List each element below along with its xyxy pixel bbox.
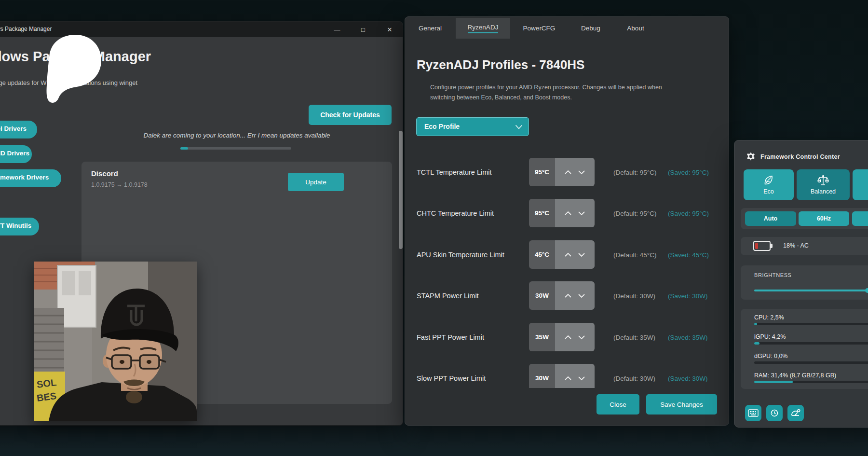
system-stats-card: CPU: 2,5% iGPU: 4,2% dGPU: 0,0% RAM: 31,… bbox=[741, 309, 868, 389]
default-value-text: (Default: 95°C) bbox=[613, 168, 656, 176]
close-button[interactable]: Close bbox=[597, 394, 639, 415]
increment-button[interactable] bbox=[564, 335, 572, 340]
value-spinner: 30W bbox=[529, 281, 595, 310]
saved-value-text: (Saved: 45°C) bbox=[668, 251, 709, 258]
battery-status-row: 18% - AC bbox=[741, 237, 868, 255]
package-name: Discord bbox=[91, 169, 118, 178]
history-button[interactable] bbox=[766, 405, 783, 421]
speedometer-gear-icon bbox=[790, 408, 801, 418]
brightness-handle[interactable] bbox=[865, 288, 868, 293]
decrement-button[interactable] bbox=[578, 335, 585, 340]
stat-ram: RAM: 31,4% (8,7 GB/27,8 GB) bbox=[754, 371, 868, 387]
window-ryzenadj-settings: General RyzenADJ PowerCFG Debug About Ry… bbox=[405, 16, 729, 426]
sidebar-button-framework-drivers[interactable]: Framework Drivers bbox=[0, 169, 61, 187]
battery-fill bbox=[755, 243, 758, 249]
setting-row: Fast PPT Power Limit 35W (Default: 35W) … bbox=[405, 323, 729, 351]
refresh-rate-button-cutoff[interactable] bbox=[852, 211, 868, 226]
chevron-down-icon bbox=[515, 125, 522, 129]
increment-button[interactable] bbox=[564, 211, 572, 216]
panel-title: Framework Control Center bbox=[760, 153, 840, 160]
refresh-rate-strip: Auto 60Hz bbox=[741, 208, 868, 229]
decrement-button[interactable] bbox=[578, 293, 585, 298]
increment-button[interactable] bbox=[564, 293, 572, 298]
brightness-card: BRIGHTNESS bbox=[741, 265, 868, 300]
framework-control-center-panel: Framework Control Center Eco Balanced Au… bbox=[734, 140, 868, 428]
webcam-overlay: SOL BES bbox=[34, 262, 197, 421]
battery-text: 18% - AC bbox=[783, 242, 809, 249]
desktop: Windows Package Manager — □ ✕ Windows Pa… bbox=[0, 0, 868, 456]
decrement-button[interactable] bbox=[578, 170, 585, 175]
keyboard-icon bbox=[748, 409, 759, 417]
settings-rows-scroll-area: TCTL Temperature Limit 95°C (Default: 95… bbox=[405, 147, 729, 388]
brightness-fill bbox=[754, 290, 868, 291]
brightness-slider[interactable] bbox=[754, 290, 868, 291]
section-title: RyzenADJ Profiles - 7840HS bbox=[417, 57, 584, 72]
value-spinner: 95°C bbox=[529, 199, 595, 227]
value-spinner: 35W bbox=[529, 323, 595, 351]
mode-button-eco[interactable]: Eco bbox=[744, 169, 794, 200]
performance-tuning-button[interactable] bbox=[787, 405, 804, 421]
setting-row: STAPM Power Limit 30W (Default: 30W) (Sa… bbox=[405, 281, 729, 310]
sidebar-button-amd-drivers[interactable]: AMD Drivers bbox=[0, 145, 32, 163]
increment-button[interactable] bbox=[564, 376, 572, 381]
value-spinner: 45°C bbox=[529, 240, 595, 269]
refresh-rate-auto-button[interactable]: Auto bbox=[745, 211, 796, 226]
tab-debug[interactable]: Debug bbox=[574, 18, 607, 39]
keyboard-settings-button[interactable] bbox=[745, 405, 761, 421]
decrement-button[interactable] bbox=[578, 211, 585, 216]
saved-value-text: (Saved: 95°C) bbox=[668, 168, 709, 176]
maximize-icon[interactable]: □ bbox=[352, 22, 374, 37]
history-clock-icon bbox=[770, 408, 779, 418]
section-description: Configure power profiles for your AMD Ry… bbox=[430, 83, 662, 103]
setting-row: CHTC Temperature Limit 95°C (Default: 95… bbox=[405, 199, 729, 227]
increment-button[interactable] bbox=[564, 252, 572, 257]
save-changes-button[interactable]: Save Changes bbox=[646, 394, 717, 415]
refresh-rate-60hz-button[interactable]: 60Hz bbox=[799, 211, 849, 226]
default-value-text: (Default: 35W) bbox=[613, 333, 655, 341]
close-icon[interactable]: ✕ bbox=[379, 22, 401, 37]
leaf-icon bbox=[763, 175, 774, 186]
minimize-icon[interactable]: — bbox=[326, 22, 348, 37]
saved-value-text: (Saved: 30W) bbox=[668, 374, 708, 382]
tab-ryzenadj[interactable]: RyzenADJ bbox=[456, 18, 510, 39]
tab-about[interactable]: About bbox=[620, 18, 651, 39]
default-value-text: (Default: 45°C) bbox=[613, 251, 656, 258]
decrement-button[interactable] bbox=[578, 252, 585, 257]
saved-value-text: (Saved: 95°C) bbox=[668, 209, 709, 217]
setting-row: Slow PPT Power Limit 30W (Default: 30W) … bbox=[405, 364, 729, 388]
profile-select-dropdown[interactable]: Eco Profile bbox=[416, 117, 529, 136]
saved-value-text: (Saved: 35W) bbox=[668, 333, 708, 341]
setting-row: TCTL Temperature Limit 95°C (Default: 95… bbox=[405, 158, 729, 186]
mode-button-balanced[interactable]: Balanced bbox=[797, 169, 850, 200]
tab-powercfg[interactable]: PowerCFG bbox=[519, 18, 559, 39]
update-status-text: Dalek are coming to your location... Err… bbox=[107, 132, 367, 139]
framework-gear-logo bbox=[746, 152, 756, 163]
default-value-text: (Default: 30W) bbox=[613, 374, 655, 382]
window-title: Windows Package Manager bbox=[0, 26, 52, 32]
battery-icon bbox=[753, 241, 771, 251]
check-for-updates-button[interactable]: Check for Updates bbox=[309, 105, 392, 125]
stat-cpu: CPU: 2,5% bbox=[754, 313, 868, 329]
stat-dgpu: dGPU: 0,0% bbox=[754, 351, 868, 368]
default-value-text: (Default: 30W) bbox=[613, 292, 655, 299]
scrollbar-thumb[interactable] bbox=[399, 131, 403, 249]
brightness-label: BRIGHTNESS bbox=[754, 272, 792, 278]
scales-icon bbox=[817, 175, 829, 186]
package-version-change: 1.0.9175 → 1.0.9178 bbox=[91, 181, 148, 188]
mode-button-boost-cutoff[interactable] bbox=[853, 169, 868, 200]
sidebar-button-ctt-winutils[interactable]: CTT Winutils bbox=[0, 218, 39, 235]
value-spinner: 30W bbox=[529, 364, 595, 388]
increment-button[interactable] bbox=[564, 170, 572, 175]
decrement-button[interactable] bbox=[578, 376, 585, 381]
tab-general[interactable]: General bbox=[412, 18, 448, 39]
stat-igpu: iGPU: 4,2% bbox=[754, 332, 868, 348]
update-progress-bar bbox=[180, 147, 291, 150]
saved-value-text: (Saved: 30W) bbox=[668, 292, 708, 299]
sidebar-button-intel-drivers[interactable]: Intel Drivers bbox=[0, 121, 37, 138]
value-spinner: 95°C bbox=[529, 158, 595, 186]
default-value-text: (Default: 95°C) bbox=[613, 209, 656, 217]
progress-fill bbox=[180, 147, 188, 150]
update-button[interactable]: Update bbox=[288, 173, 344, 191]
setting-row: APU Skin Temperature Limit 45°C (Default… bbox=[405, 240, 729, 269]
white-blob-annotation bbox=[37, 34, 102, 105]
